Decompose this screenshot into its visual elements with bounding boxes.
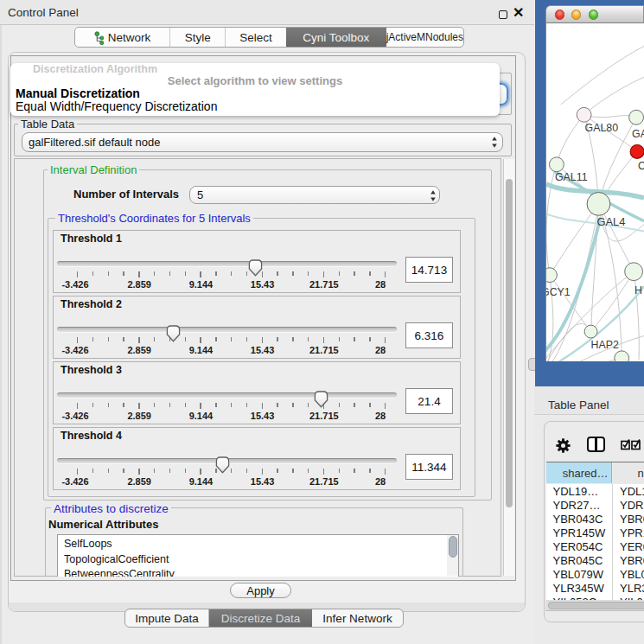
- svg-text:C: C: [638, 160, 644, 172]
- svg-text:GAL4: GAL4: [596, 215, 625, 228]
- svg-text:GA: GA: [632, 128, 644, 140]
- svg-text:HAP2: HAP2: [591, 339, 619, 351]
- svg-text:H: H: [634, 284, 642, 296]
- svg-text:GAL11: GAL11: [555, 171, 588, 183]
- svg-text:GAL80: GAL80: [585, 122, 619, 134]
- svg-text:GCY1: GCY1: [545, 286, 571, 298]
